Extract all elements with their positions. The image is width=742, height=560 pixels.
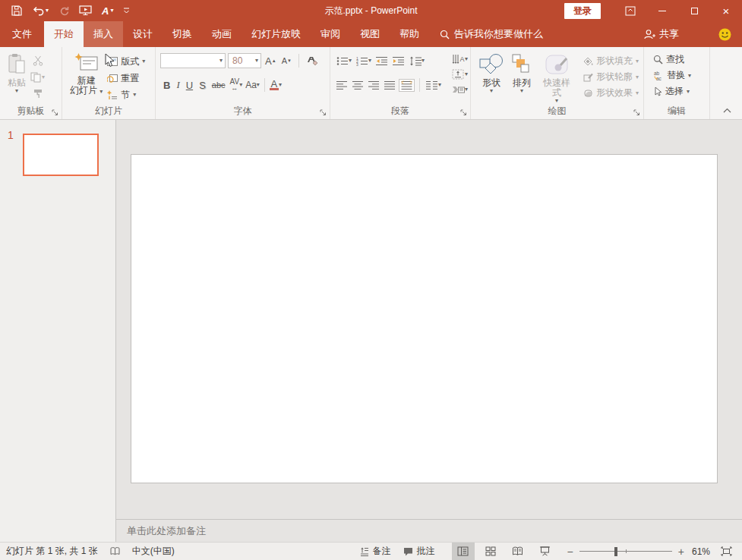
align-center-button[interactable] bbox=[351, 80, 365, 91]
shape-outline-label: 形状轮廓 bbox=[596, 71, 633, 83]
paragraph-dialog-launcher[interactable] bbox=[460, 109, 467, 116]
decrease-indent-button[interactable] bbox=[374, 55, 390, 67]
customize-qat-button[interactable] bbox=[121, 6, 132, 16]
find-button[interactable]: 查找 bbox=[652, 53, 706, 66]
slideshow-view-button[interactable] bbox=[534, 543, 557, 560]
bold-button[interactable]: B bbox=[160, 80, 173, 91]
chevron-down-icon: ▾ bbox=[133, 92, 136, 98]
comments-button[interactable]: 批注 bbox=[397, 545, 441, 558]
minimize-button[interactable] bbox=[646, 0, 678, 21]
zoom-slider-handle[interactable] bbox=[614, 547, 617, 556]
increase-font-size-button[interactable]: A▲ bbox=[264, 55, 278, 68]
character-spacing-button[interactable]: AV↔ ▾ bbox=[229, 78, 245, 92]
tab-file[interactable]: 文件 bbox=[0, 21, 44, 47]
change-case-button[interactable]: Aa ▾ bbox=[244, 79, 261, 91]
cut-button[interactable] bbox=[29, 55, 46, 67]
tab-help[interactable]: 帮助 bbox=[390, 21, 429, 47]
start-from-beginning-button[interactable] bbox=[77, 4, 94, 17]
justify-button[interactable] bbox=[383, 80, 397, 91]
font-size-combobox[interactable]: 80 ▾ bbox=[228, 53, 261, 68]
normal-view-button[interactable] bbox=[452, 543, 475, 560]
notes-toggle-button[interactable]: 备注 bbox=[354, 545, 397, 558]
font-name-combobox[interactable]: ▾ bbox=[160, 53, 226, 68]
tab-design[interactable]: 设计 bbox=[123, 21, 163, 47]
feedback-smiley-button[interactable] bbox=[718, 21, 731, 47]
slide-indicator[interactable]: 幻灯片 第 1 张, 共 1 张 bbox=[0, 545, 104, 558]
distribute-text-button[interactable] bbox=[399, 79, 415, 92]
slide-thumbnail-selected[interactable] bbox=[23, 134, 99, 176]
copy-button[interactable]: ▾ bbox=[29, 71, 46, 83]
align-right-button[interactable] bbox=[367, 80, 381, 91]
notes-pane[interactable]: 单击此处添加备注 bbox=[116, 519, 742, 542]
text-style-button[interactable]: A ▾ bbox=[99, 4, 115, 18]
arrange-button[interactable]: 排列 ▾ bbox=[507, 52, 536, 107]
font-color-button[interactable]: A ▾ bbox=[268, 79, 283, 91]
maximize-button[interactable] bbox=[678, 0, 710, 21]
zoom-percentage[interactable]: 61% bbox=[687, 546, 715, 557]
columns-button[interactable]: ▾ bbox=[425, 80, 443, 91]
zoom-slider[interactable] bbox=[579, 543, 672, 560]
section-button[interactable]: 节 ▾ bbox=[106, 87, 147, 103]
bullets-icon bbox=[336, 56, 349, 66]
select-button[interactable]: 选择 ▾ bbox=[652, 85, 706, 98]
font-dialog-launcher[interactable] bbox=[320, 109, 327, 116]
columns-icon bbox=[426, 80, 438, 90]
slide-sorter-view-button[interactable] bbox=[479, 543, 502, 560]
tab-transitions[interactable]: 切换 bbox=[163, 21, 202, 47]
tab-home[interactable]: 开始 bbox=[44, 21, 84, 47]
align-text-button[interactable]: ▾ bbox=[450, 68, 469, 80]
language-indicator[interactable]: 中文(中国) bbox=[126, 545, 181, 558]
strikethrough-button[interactable]: abc bbox=[209, 80, 229, 90]
drawing-dialog-launcher[interactable] bbox=[633, 109, 640, 116]
fit-slide-to-window-button[interactable] bbox=[715, 543, 737, 560]
redo-button-disabled[interactable] bbox=[56, 5, 71, 17]
group-font: ▾ 80 ▾ A▲ A▼ B I U S abc A bbox=[156, 47, 330, 119]
shapes-button[interactable]: 形状 ▾ bbox=[475, 52, 507, 107]
new-slide-button[interactable]: 新建 幻灯片 ▾ bbox=[67, 52, 106, 107]
quick-styles-button[interactable]: 快速样式 ▾ bbox=[536, 52, 577, 107]
bullets-button[interactable]: ▾ bbox=[335, 55, 353, 67]
align-left-button[interactable] bbox=[335, 80, 349, 91]
zoom-out-button[interactable]: − bbox=[564, 546, 576, 558]
reset-button[interactable]: 重置 bbox=[106, 70, 147, 87]
format-painter-button[interactable] bbox=[29, 88, 46, 99]
tab-view[interactable]: 视图 bbox=[350, 21, 390, 47]
tab-insert[interactable]: 插入 bbox=[84, 21, 123, 47]
group-editing: 查找 abac 替换 ▾ 选择 ▾ 编辑 bbox=[644, 47, 710, 119]
shape-outline-button[interactable]: 形状轮廓 ▾ bbox=[582, 71, 640, 83]
chevron-down-icon: ▾ bbox=[46, 8, 49, 14]
clipboard-dialog-launcher[interactable] bbox=[52, 109, 58, 116]
numbering-button[interactable]: 123 ▾ bbox=[355, 55, 373, 67]
accessibility-checker-button[interactable] bbox=[104, 547, 126, 555]
line-spacing-button[interactable]: ▾ bbox=[408, 55, 426, 67]
ribbon-display-options-button[interactable] bbox=[614, 0, 646, 21]
line-spacing-icon bbox=[409, 56, 422, 66]
tab-animations[interactable]: 动画 bbox=[202, 21, 242, 47]
italic-button[interactable]: I bbox=[173, 79, 182, 91]
shape-fill-button[interactable]: 形状填充 ▾ bbox=[582, 55, 640, 68]
underline-button[interactable]: U bbox=[183, 80, 196, 91]
replace-button[interactable]: abac 替换 ▾ bbox=[652, 69, 706, 82]
convert-to-smartart-button[interactable]: ▾ bbox=[450, 83, 469, 96]
shape-effects-button[interactable]: 形状效果 ▾ bbox=[582, 87, 640, 99]
zoom-in-button[interactable]: + bbox=[675, 546, 687, 558]
paste-button[interactable]: 粘贴 ▾ bbox=[5, 52, 29, 107]
tab-slideshow[interactable]: 幻灯片放映 bbox=[242, 21, 311, 47]
close-button[interactable]: × bbox=[710, 0, 742, 21]
save-button[interactable] bbox=[9, 4, 24, 17]
undo-button[interactable]: ▾ bbox=[30, 5, 51, 17]
decrease-font-size-button[interactable]: A▼ bbox=[280, 55, 293, 66]
share-button[interactable]: 共享 bbox=[644, 21, 679, 47]
clear-formatting-button[interactable] bbox=[305, 55, 319, 67]
increase-indent-icon bbox=[393, 56, 405, 66]
sign-in-button[interactable]: 登录 bbox=[564, 3, 601, 19]
tell-me-box[interactable]: 告诉我你想要做什么 bbox=[440, 21, 543, 47]
text-direction-button[interactable]: A ▾ bbox=[450, 53, 469, 65]
increase-indent-button[interactable] bbox=[391, 55, 406, 67]
tab-review[interactable]: 审阅 bbox=[311, 21, 350, 47]
reading-view-button[interactable] bbox=[507, 543, 529, 560]
collapse-ribbon-button[interactable] bbox=[723, 108, 731, 113]
slide-editing-surface[interactable] bbox=[131, 154, 718, 483]
text-shadow-button[interactable]: S bbox=[196, 80, 209, 91]
align-left-icon bbox=[336, 80, 348, 90]
